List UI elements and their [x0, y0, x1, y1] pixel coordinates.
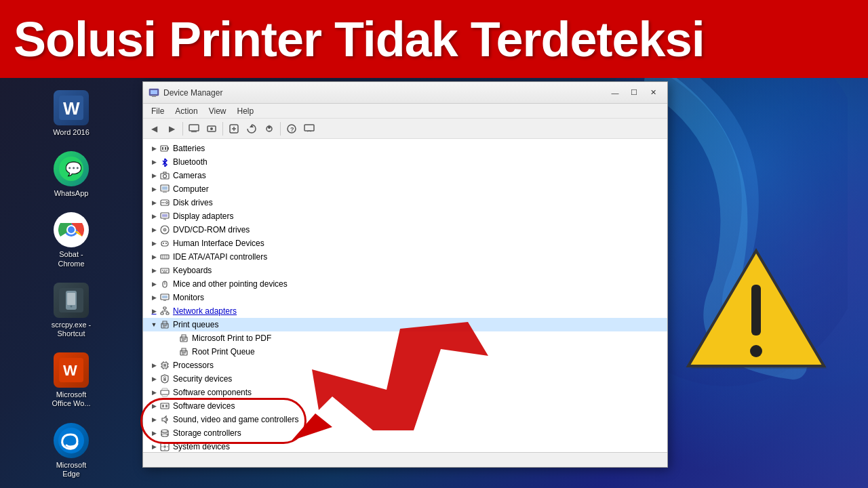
tree-item-batteries[interactable]: ▶ Batteries	[143, 142, 667, 155]
tree-item-processors[interactable]: ▶ Processors	[143, 359, 667, 372]
icon-root-print	[178, 346, 189, 357]
svg-point-44	[166, 202, 168, 204]
desktop-icons: W Word 2016 💬 WhatsApp	[0, 78, 142, 488]
svg-point-54	[165, 243, 167, 244]
tree-item-keyboards[interactable]: ▶ Keyboards	[143, 264, 667, 277]
desktop-icon-whatsapp[interactable]: 💬 WhatsApp	[41, 146, 102, 203]
scrcpy-icon	[54, 283, 89, 318]
label-computer: Computer	[173, 184, 209, 194]
svg-rect-21	[191, 131, 197, 132]
desktop-icon-chrome[interactable]: Sobat - Chrome	[41, 207, 102, 273]
tree-item-sw-components[interactable]: ▶ Software components	[143, 386, 667, 399]
icon-dvd	[159, 224, 170, 235]
tree-item-printqueues[interactable]: ▼ Print queues	[143, 318, 667, 331]
desktop-icon-edge[interactable]: Microsoft Edge	[41, 418, 102, 484]
office-icon: W	[54, 352, 89, 388]
title-text: Solusi Printer Tidak Terdeteksi	[14, 12, 705, 67]
tree-item-sw-devices[interactable]: ▶ Software devices	[143, 399, 667, 413]
icon-ide	[159, 251, 170, 262]
toolbar-sep2	[222, 122, 223, 136]
label-security: Security devices	[173, 374, 232, 384]
svg-rect-61	[164, 270, 165, 271]
tree-item-ide[interactable]: ▶ IDE ATA/ATAPI controllers	[143, 250, 667, 264]
tree-item-display[interactable]: ▶ Display adapters	[143, 209, 667, 223]
office-label: Microsoft Office Wo...	[47, 390, 95, 408]
svg-rect-70	[161, 312, 163, 314]
svg-rect-69	[163, 307, 166, 309]
tree-item-ms-print-pdf[interactable]: ▶ Microsoft Print to PDF	[143, 331, 667, 345]
title-banner: Solusi Printer Tidak Terdeteksi	[0, 0, 868, 78]
tree-item-cameras[interactable]: ▶ Cameras	[143, 169, 667, 182]
device-tree[interactable]: ▶ Batteries ▶ Bluetooth ▶	[143, 139, 667, 452]
svg-rect-33	[161, 146, 167, 151]
desktop-icon-word2016[interactable]: W Word 2016	[41, 85, 102, 142]
menu-file[interactable]: File	[146, 105, 170, 117]
icon-system	[159, 441, 170, 452]
svg-rect-102	[162, 394, 167, 396]
tree-item-dvd[interactable]: ▶ DVD/CD-ROM drives	[143, 223, 667, 237]
icon-storage	[159, 428, 170, 439]
close-button[interactable]: ✕	[644, 86, 662, 100]
toolbar-btn4[interactable]	[243, 121, 260, 137]
label-sound: Sound, video and game controllers	[173, 415, 298, 424]
icon-network	[159, 306, 170, 317]
svg-marker-128	[688, 251, 824, 366]
svg-text:💬: 💬	[65, 161, 82, 177]
maximize-button[interactable]: ☐	[625, 86, 643, 100]
icon-sw-components	[159, 387, 170, 398]
toolbar-computer[interactable]	[186, 121, 202, 137]
toolbar-device[interactable]	[203, 121, 220, 137]
arrow-batteries: ▶	[149, 143, 159, 154]
scrcpy-label: scrcpy.exe - Shortcut	[47, 321, 95, 338]
label-ms-print: Microsoft Print to PDF	[192, 333, 271, 343]
tree-item-computer[interactable]: ▶ Computer	[143, 182, 667, 196]
toolbar-monitor[interactable]	[301, 121, 317, 137]
desktop-icon-scrcpy[interactable]: scrcpy.exe - Shortcut	[41, 277, 102, 344]
svg-rect-22	[190, 131, 198, 131]
icon-batteries	[159, 143, 170, 154]
desktop-icon-office[interactable]: W Microsoft Office Wo...	[41, 347, 102, 413]
toolbar-btn3[interactable]	[226, 121, 242, 137]
svg-point-38	[163, 175, 167, 178]
svg-point-112	[163, 445, 166, 448]
edge-label: Microsoft Edge	[47, 461, 95, 479]
tree-item-storage[interactable]: ▶ Storage controllers	[143, 426, 667, 440]
svg-rect-32	[304, 125, 314, 131]
arrow-monitors: ▶	[149, 292, 159, 303]
svg-text:W: W	[63, 98, 80, 119]
title-bar: Device Manager — ☐ ✕	[143, 82, 667, 104]
svg-rect-104	[162, 405, 164, 407]
icon-ms-print	[178, 333, 189, 344]
menu-action[interactable]: Action	[170, 105, 203, 117]
label-monitors: Monitors	[173, 293, 204, 302]
title-bar-controls: — ☐ ✕	[606, 86, 662, 100]
svg-rect-129	[751, 285, 761, 336]
tree-item-root-print[interactable]: ▶ Root Print Queue	[143, 345, 667, 359]
icon-diskdrives	[159, 197, 170, 208]
tree-item-bluetooth[interactable]: ▶ Bluetooth	[143, 155, 667, 169]
minimize-button[interactable]: —	[606, 86, 624, 100]
tree-item-diskdrives[interactable]: ▶ Disk drives	[143, 196, 667, 209]
toolbar-sep1	[182, 122, 183, 136]
toolbar-btn5[interactable]	[261, 121, 277, 137]
tree-item-security[interactable]: ▶ Security devices	[143, 372, 667, 386]
svg-rect-86	[182, 352, 186, 354]
icon-hid	[159, 238, 170, 249]
tree-item-monitors[interactable]: ▶ Monitors	[143, 291, 667, 304]
menu-help[interactable]: Help	[232, 105, 260, 117]
arrow-sw-devices: ▶	[149, 401, 159, 411]
toolbar-btn6[interactable]: ?	[283, 121, 300, 137]
tree-item-network[interactable]: ▶ Network adapters	[143, 304, 667, 318]
tree-item-hid[interactable]: ▶ Human Interface Devices	[143, 237, 667, 250]
toolbar-back[interactable]: ◀	[146, 121, 162, 137]
menu-view[interactable]: View	[203, 105, 232, 117]
content-area: ▶ Batteries ▶ Bluetooth ▶	[143, 139, 667, 452]
toolbar-forward[interactable]: ▶	[163, 121, 180, 137]
word2016-label: Word 2016	[53, 128, 90, 137]
tree-item-sound[interactable]: ▶ Sound, video and game controllers	[143, 413, 667, 426]
tree-item-mice[interactable]: ▶ Mice and other pointing devices	[143, 277, 667, 291]
tree-item-system[interactable]: ▶ System devices	[143, 440, 667, 452]
svg-rect-52	[161, 241, 168, 246]
icon-monitors	[159, 292, 170, 303]
icon-keyboards	[159, 265, 170, 276]
